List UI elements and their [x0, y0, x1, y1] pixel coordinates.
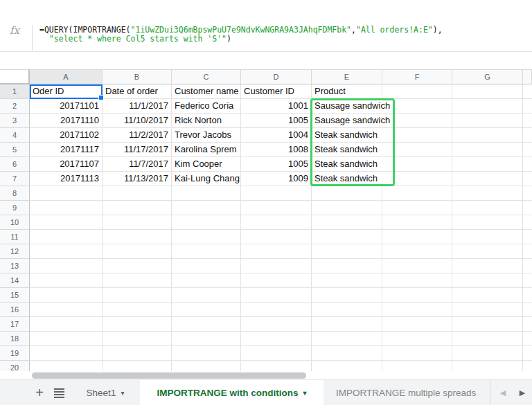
cell-B6[interactable]: 11/7/2017 [103, 157, 172, 172]
cell-A18[interactable] [30, 332, 103, 346]
cell-F3[interactable] [382, 114, 452, 128]
tab-importrange-with-conditions[interactable]: IMPORTRANGE with conditions ▾ [140, 380, 323, 405]
cell-G19[interactable] [452, 346, 523, 361]
cell-F6[interactable] [382, 157, 452, 172]
cell-F16[interactable] [382, 303, 452, 317]
row-header-3[interactable]: 3 [0, 114, 30, 128]
column-header-A[interactable]: A [30, 69, 103, 84]
cell-E3[interactable]: Sausage sandwich [312, 114, 382, 128]
cell-G20[interactable] [452, 361, 523, 371]
row-header-5[interactable]: 5 [0, 143, 30, 157]
cell-F10[interactable] [382, 215, 452, 230]
cell-D18[interactable] [241, 332, 312, 346]
cell-E15[interactable] [312, 288, 382, 303]
all-sheets-button[interactable] [51, 380, 66, 405]
cell-D17[interactable] [241, 317, 312, 332]
cell-G11[interactable] [452, 230, 523, 244]
horizontal-scrollbar[interactable] [32, 372, 306, 379]
cell-A3[interactable]: 20171110 [30, 114, 103, 128]
scroll-tabs-left-icon[interactable]: ◀ [496, 380, 510, 405]
cell-B9[interactable] [103, 201, 172, 215]
row-header-19[interactable]: 19 [0, 346, 30, 361]
add-sheet-button[interactable]: + [32, 380, 47, 405]
cell-G16[interactable] [452, 303, 523, 317]
cell-G2[interactable] [452, 99, 523, 114]
row-header-12[interactable]: 12 [0, 244, 30, 259]
cell-E9[interactable] [312, 201, 382, 215]
row-header-17[interactable]: 17 [0, 317, 30, 332]
cell-A17[interactable] [30, 317, 103, 332]
cell-F7[interactable] [382, 172, 452, 186]
cell-F1[interactable] [382, 84, 452, 99]
row-header-7[interactable]: 7 [0, 172, 30, 186]
cell-G3[interactable] [452, 114, 523, 128]
cell-D2[interactable]: 1001 [241, 99, 312, 114]
cell-C6[interactable]: Kim Cooper [172, 157, 241, 172]
cell-A7[interactable]: 20171113 [30, 172, 103, 186]
cell-E18[interactable] [312, 332, 382, 346]
cell-B7[interactable]: 11/13/2017 [103, 172, 172, 186]
cell-G10[interactable] [452, 215, 523, 230]
cell-F19[interactable] [382, 346, 452, 361]
row-header-10[interactable]: 10 [0, 215, 30, 230]
cell-A10[interactable] [30, 215, 103, 230]
row-header-14[interactable]: 14 [0, 273, 30, 288]
cell-F18[interactable] [382, 332, 452, 346]
select-all-corner[interactable] [0, 69, 30, 84]
cell-F9[interactable] [382, 201, 452, 215]
cell-D5[interactable]: 1008 [241, 143, 312, 157]
cell-G12[interactable] [452, 244, 523, 259]
cell-B12[interactable] [103, 244, 172, 259]
cell-C12[interactable] [172, 244, 241, 259]
row-header-8[interactable]: 8 [0, 186, 30, 201]
cell-C5[interactable]: Karolina Sprem [172, 143, 241, 157]
cell-B11[interactable] [103, 230, 172, 244]
cell-F13[interactable] [382, 259, 452, 273]
cell-A14[interactable] [30, 273, 103, 288]
cell-B2[interactable]: 11/1/2017 [103, 99, 172, 114]
cell-C15[interactable] [172, 288, 241, 303]
cell-C19[interactable] [172, 346, 241, 361]
cell-E1[interactable]: Product [312, 84, 382, 99]
cell-D7[interactable]: 1009 [241, 172, 312, 186]
cell-B20[interactable] [103, 361, 172, 371]
cell-D15[interactable] [241, 288, 312, 303]
cell-C13[interactable] [172, 259, 241, 273]
cell-G18[interactable] [452, 332, 523, 346]
cell-C4[interactable]: Trevor Jacobs [172, 128, 241, 143]
cell-E19[interactable] [312, 346, 382, 361]
cell-G13[interactable] [452, 259, 523, 273]
cell-B18[interactable] [103, 332, 172, 346]
row-header-20[interactable]: 20 [0, 361, 30, 371]
cell-E5[interactable]: Steak sandwich [312, 143, 382, 157]
cell-E4[interactable]: Steak sandwich [312, 128, 382, 143]
cell-A20[interactable] [30, 361, 103, 371]
cell-D11[interactable] [241, 230, 312, 244]
cell-F17[interactable] [382, 317, 452, 332]
row-header-4[interactable]: 4 [0, 128, 30, 143]
cell-B8[interactable] [103, 186, 172, 201]
row-header-9[interactable]: 9 [0, 201, 30, 215]
cell-D19[interactable] [241, 346, 312, 361]
cell-E20[interactable] [312, 361, 382, 371]
cell-B10[interactable] [103, 215, 172, 230]
cell-G6[interactable] [452, 157, 523, 172]
cell-E14[interactable] [312, 273, 382, 288]
cell-A9[interactable] [30, 201, 103, 215]
cell-F8[interactable] [382, 186, 452, 201]
cell-C16[interactable] [172, 303, 241, 317]
column-header-B[interactable]: B [103, 69, 172, 84]
row-header-15[interactable]: 15 [0, 288, 30, 303]
cell-C10[interactable] [172, 215, 241, 230]
cell-E17[interactable] [312, 317, 382, 332]
cell-C9[interactable] [172, 201, 241, 215]
scroll-tabs-right-icon[interactable]: ▶ [515, 380, 529, 405]
cell-B3[interactable]: 11/10/2017 [103, 114, 172, 128]
cell-C3[interactable]: Rick Norton [172, 114, 241, 128]
cell-A11[interactable] [30, 230, 103, 244]
cell-E2[interactable]: Sausage sandwich [312, 99, 382, 114]
cell-F12[interactable] [382, 244, 452, 259]
cell-C17[interactable] [172, 317, 241, 332]
row-header-13[interactable]: 13 [0, 259, 30, 273]
column-header-D[interactable]: D [241, 69, 312, 84]
